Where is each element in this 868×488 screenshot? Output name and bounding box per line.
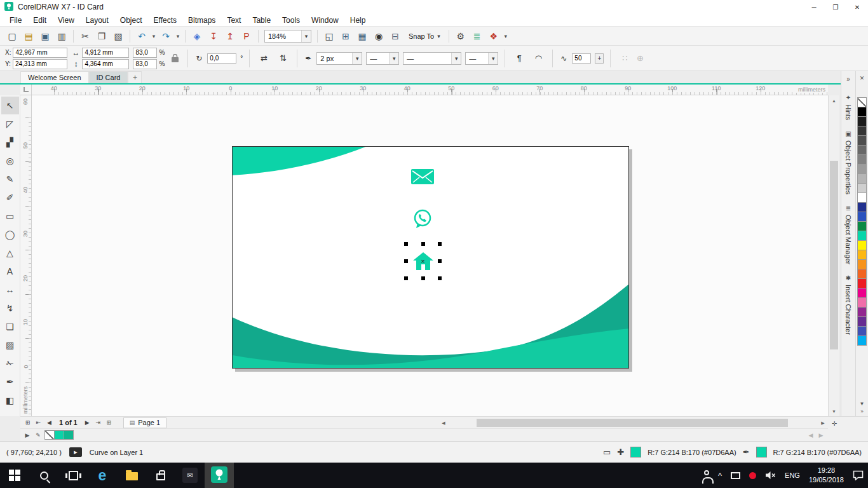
snap-to-dropdown[interactable]: Snap To ▾ <box>403 29 445 44</box>
hidden-icons-button[interactable]: ^ <box>714 463 726 488</box>
whatsapp-icon[interactable] <box>411 208 434 231</box>
selection-handle[interactable] <box>421 276 425 280</box>
scale-vertical-input[interactable] <box>133 59 157 69</box>
volume-button[interactable] <box>761 463 780 488</box>
outline-pen-tool[interactable]: ✒ <box>1 373 19 391</box>
shape-tool[interactable]: ◸ <box>1 115 19 133</box>
drawing-canvas[interactable]: × <box>32 95 828 416</box>
first-page-button[interactable]: ⇤ <box>33 417 44 428</box>
previous-page-button[interactable]: ◀ <box>44 417 55 428</box>
document-palette-scroll-right-button[interactable]: ▶ <box>817 432 825 438</box>
show-rulers-icon[interactable]: ⊞ <box>337 29 354 44</box>
outline-width-select[interactable]: 2 px ▾ <box>316 52 362 65</box>
redo-dropdown-icon[interactable]: ▾ <box>174 29 182 44</box>
color-swatch[interactable] <box>857 107 867 117</box>
ellipse-tool[interactable]: ◯ <box>1 226 19 243</box>
menu-item[interactable]: Table <box>247 14 276 26</box>
color-swatch[interactable] <box>857 259 867 269</box>
undo-icon[interactable]: ↶ <box>133 29 150 44</box>
docker-expand-button[interactable]: » <box>846 74 850 84</box>
snap-options-icon[interactable]: ∷ <box>617 51 632 66</box>
file-explorer-button[interactable] <box>117 463 146 488</box>
vertical-ruler[interactable]: 6050403020100 millimeters <box>20 95 32 416</box>
zoom-tool[interactable]: ◎ <box>1 152 19 170</box>
action-center-button[interactable] <box>848 463 868 488</box>
show-guidelines-icon[interactable]: ⊟ <box>387 29 403 44</box>
document-palette-eyedropper-button[interactable]: ✎ <box>34 432 43 438</box>
vertical-scroll-thumb[interactable] <box>830 161 838 349</box>
line-style-select[interactable]: — ▾ <box>403 52 461 65</box>
palette-expand-button[interactable]: » <box>860 407 863 415</box>
copy-icon[interactable]: ❐ <box>93 29 110 44</box>
mirror-horizontal-button[interactable]: ⇄ <box>256 51 271 66</box>
menu-item[interactable]: File <box>4 14 27 26</box>
add-page-button[interactable]: ⊞ <box>104 417 114 428</box>
vertical-scrollbar[interactable]: ▲ ▼ <box>828 95 839 416</box>
docker-tab-object-properties[interactable]: ▣ Object Properties <box>844 130 852 194</box>
menu-item[interactable]: Layout <box>80 14 114 26</box>
color-swatch[interactable] <box>857 240 867 250</box>
palette-close-button[interactable]: ✕ <box>860 74 865 83</box>
color-swatch[interactable] <box>857 221 867 231</box>
color-swatch[interactable] <box>857 326 867 336</box>
color-swatch[interactable] <box>857 183 867 193</box>
text-tool[interactable]: A <box>1 262 19 280</box>
menu-item[interactable]: Edit <box>27 14 52 26</box>
publish-pdf-icon[interactable]: P <box>238 29 255 44</box>
store-button[interactable] <box>146 463 175 488</box>
menu-item[interactable]: Bitmaps <box>182 14 221 26</box>
ruler-origin-button[interactable] <box>20 85 32 95</box>
document-palette-flyout-button[interactable]: ▶ <box>23 432 32 438</box>
tablet-mode-button[interactable] <box>726 463 745 488</box>
color-swatch[interactable] <box>44 430 55 440</box>
menu-item[interactable]: Object <box>114 14 148 26</box>
edge-button[interactable]: e <box>88 463 117 488</box>
new-tab-button[interactable]: + <box>128 71 142 83</box>
palette-scroll-down-button[interactable]: ▼ <box>860 400 865 407</box>
restore-button[interactable]: ❐ <box>825 0 846 14</box>
menu-item[interactable]: Help <box>344 14 372 26</box>
import-icon[interactable]: ↧ <box>205 29 222 44</box>
undo-dropdown-icon[interactable]: ▾ <box>150 29 158 44</box>
close-button[interactable]: ✕ <box>846 0 868 14</box>
color-swatch[interactable] <box>64 430 74 440</box>
artistic-media-tool[interactable]: ✐ <box>1 189 19 207</box>
color-swatch[interactable] <box>857 250 867 260</box>
wrap-text-button[interactable]: ¶ <box>512 51 527 66</box>
horizontal-scroll-thumb[interactable] <box>477 419 788 427</box>
menu-item[interactable]: Text <box>221 14 247 26</box>
tab-id-card[interactable]: ID Card <box>89 71 128 83</box>
cut-icon[interactable]: ✂ <box>77 29 93 44</box>
tab-welcome-screen[interactable]: Welcome Screen <box>20 71 89 83</box>
show-grid-icon[interactable]: ▦ <box>354 29 370 44</box>
scale-horizontal-input[interactable] <box>133 48 157 58</box>
freehand-tool[interactable]: ✎ <box>1 170 19 188</box>
color-swatch[interactable] <box>857 278 867 288</box>
quick-customize-icon[interactable]: ⊕ <box>632 51 648 66</box>
next-page-button[interactable]: ▶ <box>82 417 93 428</box>
object-height-input[interactable] <box>82 59 129 69</box>
smoothing-input[interactable] <box>572 53 591 64</box>
smoothing-stepper[interactable]: + <box>595 53 604 64</box>
end-arrowhead-select[interactable]: — ▾ <box>465 52 498 65</box>
print-icon[interactable]: ▥ <box>53 29 70 44</box>
application-launcher-icon[interactable]: ≣ <box>469 29 485 44</box>
color-swatch[interactable] <box>857 164 867 174</box>
selection-handle[interactable] <box>404 242 408 246</box>
corel-apps-icon[interactable]: ❖ <box>485 29 502 44</box>
mail-app-button[interactable]: ✉ <box>175 463 205 488</box>
lock-ratio-button[interactable] <box>168 48 181 69</box>
scroll-up-button[interactable]: ▲ <box>829 95 839 105</box>
scroll-down-button[interactable]: ▼ <box>829 406 839 416</box>
selection-handle[interactable] <box>438 276 442 280</box>
document-navigator-button[interactable]: ✛ <box>829 418 839 428</box>
clock-button[interactable]: 19:28 19/05/2018 <box>804 463 848 488</box>
status-flyout-button[interactable]: ▶ <box>69 447 82 457</box>
color-swatch[interactable] <box>857 145 867 155</box>
taskbar-search-button[interactable] <box>29 463 58 488</box>
color-swatch[interactable] <box>857 297 867 308</box>
zoom-level-select[interactable]: 184% ▾ <box>264 30 311 43</box>
color-swatch[interactable] <box>54 430 64 440</box>
rotation-angle-input[interactable] <box>207 53 236 64</box>
docker-tab-object-manager[interactable]: ≣ Object Manager <box>844 205 852 264</box>
